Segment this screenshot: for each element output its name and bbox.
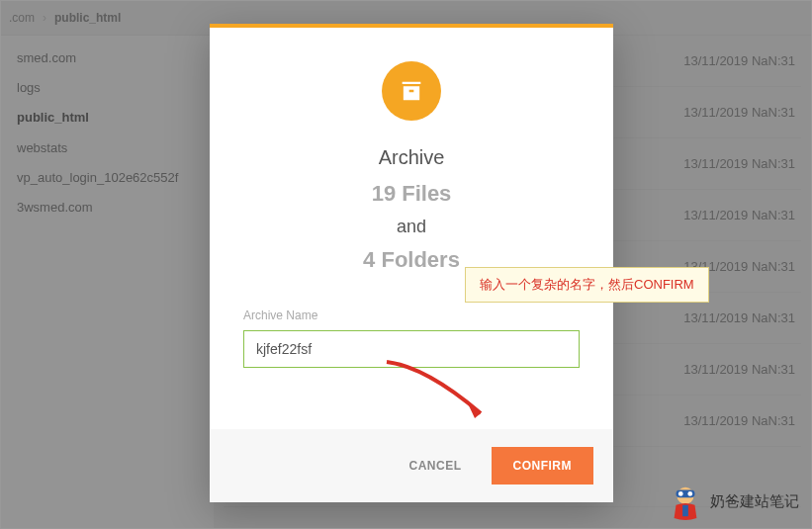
archive-icon <box>382 61 441 121</box>
avatar-icon <box>667 483 704 520</box>
modal-title: Archive <box>243 146 580 169</box>
confirm-button[interactable]: CONFIRM <box>492 447 594 485</box>
cancel-button[interactable]: CANCEL <box>388 447 484 485</box>
svg-point-3 <box>687 491 692 496</box>
watermark: 奶爸建站笔记 <box>667 483 799 520</box>
annotation-arrow-icon <box>377 352 515 440</box>
svg-point-2 <box>678 491 683 496</box>
and-text: and <box>243 217 580 237</box>
modal-footer: CANCEL CONFIRM <box>210 429 613 502</box>
svg-rect-4 <box>682 505 688 516</box>
archive-name-label: Archive Name <box>243 309 580 322</box>
annotation-callout: 输入一个复杂的名字，然后CONFIRM <box>465 267 709 303</box>
files-count: 19 Files <box>243 181 580 207</box>
